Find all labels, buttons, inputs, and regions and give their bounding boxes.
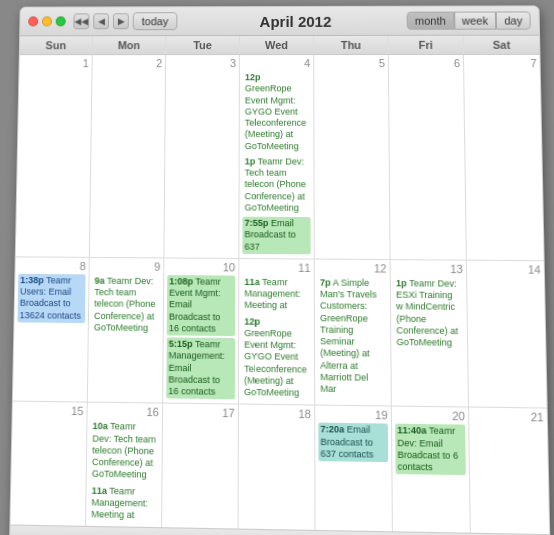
calendar-window: ◀◀ ◀ ▶ today April 2012 month week day S… [9,5,551,535]
header-sun: Sun [20,36,93,54]
header-fri: Fri [389,36,464,54]
event[interactable]: 9a Teamr Dev: Tech team telecon (Phone C… [92,274,160,335]
day-number: 14 [470,262,541,275]
week-view-button[interactable]: week [454,11,497,29]
day-number: 21 [472,410,544,424]
day-number: 12 [318,261,387,274]
event-broadcast-637[interactable]: 7:55p Email Broadcast to 637 [242,217,310,254]
header-tue: Tue [166,36,240,54]
day-number: 4 [243,57,310,69]
day-number: 8 [18,259,85,272]
day-cell-apr2[interactable]: 2 [90,55,166,257]
close-button[interactable] [28,16,38,26]
event-broadcast-6[interactable]: 11:40a Teamr Dev: Email Broadcast to 6 c… [395,424,466,475]
day-cell-apr18[interactable]: 18 [239,405,316,530]
day-number: 16 [91,405,159,419]
day-number: 9 [93,260,161,273]
next-button[interactable]: ▶ [113,13,129,29]
day-cell-apr16[interactable]: 16 10a Teamr Dev: Tech team telecon (Pho… [86,403,163,528]
week-row: 8 1:38p Teamr Users: Email Broadcast to … [13,257,547,409]
day-cell-apr17[interactable]: 17 [162,404,239,529]
day-number: 19 [318,408,388,422]
calendar-body: 1 2 3 4 12p GreenRope Event Mgmt: GYGO E… [10,55,549,534]
minimize-button[interactable] [42,16,52,26]
day-number: 3 [169,57,236,69]
header-sat: Sat [464,36,540,54]
day-cell-apr5[interactable]: 5 [314,55,390,259]
day-cell-apr1[interactable]: 1 [16,55,93,256]
day-cell-apr10[interactable]: 10 1:08p Teamr Event Mgmt: Email Broadca… [163,258,239,404]
traffic-lights [28,16,66,26]
day-number: 13 [394,262,463,275]
day-cell-apr12[interactable]: 12 7p A Simple Man's Travels Customers: … [315,259,392,405]
day-number: 11 [242,261,310,274]
event-broadcast-16b[interactable]: 5:15p Teamr Management: Email Broadcast … [166,337,235,399]
day-cell-apr13[interactable]: 13 1p Teamr Dev: ESXi Training w MindCen… [391,260,469,407]
month-view-button[interactable]: month [407,11,454,29]
day-number: 10 [167,260,235,273]
event[interactable]: 11a Teamr Management: Meeting at [89,484,158,523]
day-cell-apr19[interactable]: 19 7:20a Email Broadcast to 637 contacts [315,406,393,532]
maximize-button[interactable] [56,16,66,26]
event[interactable]: 11a Teamr Management: Meeting at [242,275,311,313]
event-broadcast-13624[interactable]: 1:38p Teamr Users: Email Broadcast to 13… [17,273,85,322]
week-row: 1 2 3 4 12p GreenRope Event Mgmt: GYGO E… [16,55,544,261]
event[interactable]: 10a Teamr Dev: Tech team telecon (Phone … [90,420,159,483]
calendar-title: April 2012 [189,12,403,29]
day-cell-apr20[interactable]: 20 11:40a Teamr Dev: Email Broadcast to … [392,407,471,533]
header-wed: Wed [240,36,314,54]
day-cell-apr4[interactable]: 4 12p GreenRope Event Mgmt: GYGO Event T… [239,55,314,258]
day-cell-apr7[interactable]: 7 [464,55,544,260]
day-cell-apr15[interactable]: 15 [10,402,87,526]
day-cell-apr6[interactable]: 6 [389,55,467,259]
today-button[interactable]: today [133,12,178,30]
day-number: 20 [395,409,465,423]
event[interactable]: 12p GreenRope Event Mgmt: GYGO Event Tel… [242,315,311,401]
day-number: 18 [242,407,311,421]
event-broadcast-637-19[interactable]: 7:20a Email Broadcast to 637 contacts [318,423,388,462]
toolbar: ◀◀ ◀ ▶ today April 2012 month week day [20,6,539,36]
event[interactable]: 12p GreenRope Event Mgmt: GYGO Event Tel… [243,71,311,153]
day-cell-apr11[interactable]: 11 11a Teamr Management: Meeting at 12p … [239,259,315,405]
header-thu: Thu [314,36,389,54]
day-view-button[interactable]: day [496,11,531,29]
event[interactable]: 1p Teamr Dev: ESXi Training w MindCentri… [394,276,464,350]
event[interactable]: 7p A Simple Man's Travels Customers: Gre… [318,276,388,397]
day-cell-apr8[interactable]: 8 1:38p Teamr Users: Email Broadcast to … [13,257,90,402]
day-number: 6 [392,57,460,69]
prev-prev-button[interactable]: ◀◀ [73,13,89,29]
day-number: 1 [22,57,88,69]
day-number: 2 [96,57,163,69]
view-buttons: month week day [407,11,531,29]
day-number: 7 [467,57,537,69]
prev-button[interactable]: ◀ [93,13,109,29]
day-cell-apr3[interactable]: 3 [164,55,240,258]
event[interactable]: 1p Teamr Dev: Tech team telecon (Phone C… [243,155,311,215]
day-number: 5 [317,57,385,69]
day-cell-apr21[interactable]: 21 [469,408,549,535]
day-cell-apr14[interactable]: 14 [467,260,547,407]
day-headers: Sun Mon Tue Wed Thu Fri Sat [20,36,540,56]
week-row: 15 16 10a Teamr Dev: Tech team telecon (… [10,402,549,534]
day-cell-apr9[interactable]: 9 9a Teamr Dev: Tech team telecon (Phone… [88,258,165,403]
day-number: 17 [166,406,235,420]
day-number: 15 [16,404,84,418]
header-mon: Mon [93,36,167,54]
event-broadcast-16a[interactable]: 1:08p Teamr Event Mgmt: Email Broadcast … [167,275,235,336]
